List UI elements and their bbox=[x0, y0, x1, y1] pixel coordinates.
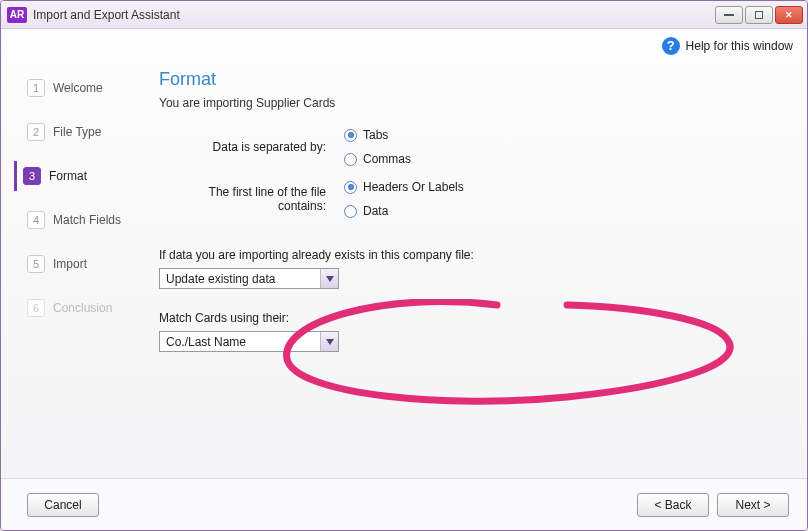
footer: Cancel < Back Next > bbox=[1, 478, 807, 530]
step-number: 5 bbox=[27, 255, 45, 273]
titlebar: AR Import and Export Assistant ✕ bbox=[1, 1, 807, 29]
radio-icon bbox=[344, 205, 357, 218]
page-subtitle: You are importing Supplier Cards bbox=[159, 96, 787, 110]
separator-label: Data is separated by: bbox=[159, 140, 344, 154]
sidebar-step-filetype[interactable]: 2 File Type bbox=[23, 117, 143, 147]
chevron-down-icon bbox=[320, 332, 338, 351]
sidebar-step-import[interactable]: 5 Import bbox=[23, 249, 143, 279]
sidebar-step-conclusion: 6 Conclusion bbox=[23, 293, 143, 323]
exists-label: If data you are importing already exists… bbox=[159, 248, 787, 262]
app-badge: AR bbox=[7, 7, 27, 23]
minimize-button[interactable] bbox=[715, 6, 743, 24]
chevron-down-icon bbox=[320, 269, 338, 288]
step-number: 2 bbox=[27, 123, 45, 141]
help-icon[interactable]: ? bbox=[662, 37, 680, 55]
sidebar-step-matchfields[interactable]: 4 Match Fields bbox=[23, 205, 143, 235]
help-link[interactable]: Help for this window bbox=[686, 39, 793, 53]
step-number: 4 bbox=[27, 211, 45, 229]
cancel-button[interactable]: Cancel bbox=[27, 493, 99, 517]
close-button[interactable]: ✕ bbox=[775, 6, 803, 24]
radio-icon bbox=[344, 129, 357, 142]
exists-combo[interactable]: Update existing data bbox=[159, 268, 339, 289]
match-label: Match Cards using their: bbox=[159, 311, 787, 325]
radio-icon bbox=[344, 153, 357, 166]
window-title: Import and Export Assistant bbox=[33, 8, 180, 22]
maximize-button[interactable] bbox=[745, 6, 773, 24]
radio-label: Tabs bbox=[363, 128, 388, 142]
step-label: Import bbox=[53, 257, 87, 271]
step-number: 1 bbox=[27, 79, 45, 97]
wizard-sidebar: 1 Welcome 2 File Type 3 Format 4 Match F… bbox=[1, 59, 149, 478]
match-combo[interactable]: Co./Last Name bbox=[159, 331, 339, 352]
next-button[interactable]: Next > bbox=[717, 493, 789, 517]
firstline-label: The first line of the file contains: bbox=[159, 185, 344, 213]
radio-commas[interactable]: Commas bbox=[344, 152, 411, 166]
help-row: ? Help for this window bbox=[1, 29, 807, 59]
radio-tabs[interactable]: Tabs bbox=[344, 128, 411, 142]
app-window: AR Import and Export Assistant ✕ ? Help … bbox=[0, 0, 808, 531]
step-number: 3 bbox=[23, 167, 41, 185]
radio-headers[interactable]: Headers Or Labels bbox=[344, 180, 464, 194]
step-label: Welcome bbox=[53, 81, 103, 95]
radio-icon bbox=[344, 181, 357, 194]
step-label: File Type bbox=[53, 125, 101, 139]
combo-value: Update existing data bbox=[160, 272, 320, 286]
combo-value: Co./Last Name bbox=[160, 335, 320, 349]
step-label: Conclusion bbox=[53, 301, 112, 315]
radio-label: Commas bbox=[363, 152, 411, 166]
page-title: Format bbox=[159, 69, 787, 90]
step-label: Format bbox=[49, 169, 87, 183]
main-panel: Format You are importing Supplier Cards … bbox=[149, 59, 807, 478]
step-number: 6 bbox=[27, 299, 45, 317]
radio-label: Data bbox=[363, 204, 388, 218]
sidebar-step-format[interactable]: 3 Format bbox=[14, 161, 143, 191]
sidebar-step-welcome[interactable]: 1 Welcome bbox=[23, 73, 143, 103]
window-controls: ✕ bbox=[715, 6, 803, 24]
radio-label: Headers Or Labels bbox=[363, 180, 464, 194]
back-button[interactable]: < Back bbox=[637, 493, 709, 517]
step-label: Match Fields bbox=[53, 213, 121, 227]
radio-data[interactable]: Data bbox=[344, 204, 464, 218]
